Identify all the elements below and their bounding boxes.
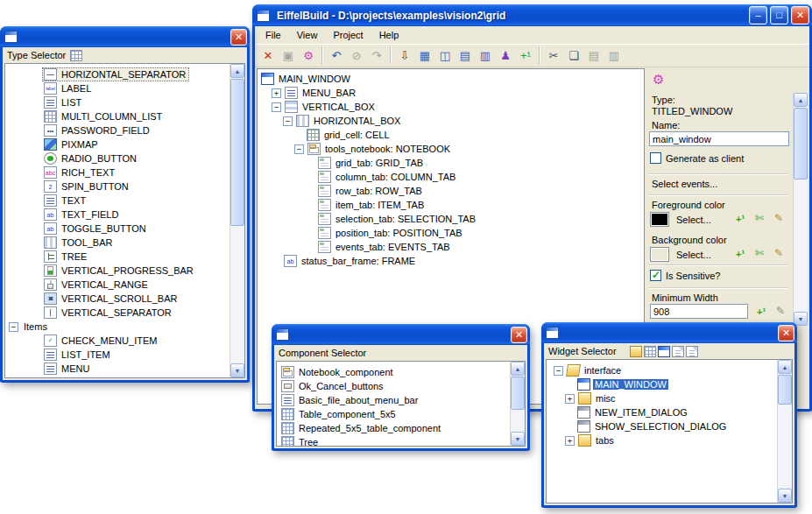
scroll-down-button[interactable]: ▼ xyxy=(778,489,792,503)
component-item[interactable]: Ok_Cancel_buttons xyxy=(280,379,525,393)
type-item[interactable]: HORIZONTAL_SEPARATOR xyxy=(9,67,244,81)
bg-plus-one-button[interactable]: +¹ xyxy=(736,249,745,259)
component-item[interactable]: Basic_file_about_menu_bar xyxy=(280,393,525,407)
type-item[interactable]: MENU xyxy=(9,362,244,376)
type-item[interactable]: TREE xyxy=(9,250,244,264)
background-swatch[interactable] xyxy=(650,247,669,262)
collapse-icon[interactable]: − xyxy=(272,102,281,112)
minimum-width-input[interactable] xyxy=(650,304,748,319)
type-item[interactable]: VERTICAL_RANGE xyxy=(9,278,244,292)
title-bar[interactable]: ✕ xyxy=(272,324,530,345)
type-item[interactable]: RICH_TEXT xyxy=(9,165,244,180)
layout-tree-item[interactable]: MAIN_WINDOW xyxy=(260,72,644,86)
select-events-button[interactable]: Select events... xyxy=(652,179,717,189)
layout-tree-item[interactable]: −VERTICAL_BOX xyxy=(260,100,644,114)
pick-drop-button[interactable]: ▥ xyxy=(604,46,624,65)
redo-button[interactable]: ↷ xyxy=(367,46,386,65)
expand-all-icon[interactable] xyxy=(644,346,656,357)
plus-one-button[interactable]: +¹ xyxy=(516,46,535,65)
view-grid-button[interactable]: ▦ xyxy=(415,46,434,65)
foreground-select-button[interactable]: Select... xyxy=(676,215,711,225)
collapse-icon[interactable]: − xyxy=(294,144,304,154)
layout-tree-item[interactable]: row_tab: ROW_TAB xyxy=(260,184,644,198)
layout-tree-item[interactable]: item_tab: ITEM_TAB xyxy=(260,198,644,212)
layout-tree-item[interactable]: events_tab: EVENTS_TAB xyxy=(260,240,644,254)
type-item[interactable]: PIXMAP xyxy=(9,137,244,151)
cancel-button[interactable]: ⊘ xyxy=(347,46,366,65)
type-item[interactable]: SPIN_BUTTON xyxy=(9,180,244,194)
layout-tree-item[interactable]: status_bar_frame: FRAME xyxy=(260,254,644,268)
component-item[interactable]: Notebook_component xyxy=(280,365,525,379)
bg-pick-button[interactable]: ✄ xyxy=(755,248,764,258)
generate-button[interactable]: ⇩ xyxy=(395,46,414,65)
close-button[interactable]: ✕ xyxy=(511,327,527,343)
expand-icon[interactable]: + xyxy=(272,88,281,98)
scroll-up-button[interactable]: ▲ xyxy=(511,362,525,376)
background-select-button[interactable]: Select... xyxy=(676,250,711,260)
generate-client-checkbox[interactable] xyxy=(650,152,661,164)
delete-button[interactable]: ✕ xyxy=(258,46,278,65)
show-window-icon[interactable] xyxy=(658,346,670,357)
layout-tree-item[interactable]: grid_tab: GRID_TAB xyxy=(260,156,644,170)
layout-tree-item[interactable]: column_tab: COLUMN_TAB xyxy=(260,170,644,184)
collapse-icon[interactable]: − xyxy=(554,366,563,376)
type-item[interactable]: VERTICAL_SCROLL_BAR xyxy=(9,292,244,306)
copy-button[interactable]: ❏ xyxy=(564,46,583,65)
fg-pick-button[interactable]: ✄ xyxy=(755,213,764,223)
scroll-up-button[interactable]: ▲ xyxy=(778,360,792,374)
type-item[interactable]: TEXT_FIELD xyxy=(9,208,244,222)
fg-plus-one-button[interactable]: +¹ xyxy=(736,214,745,224)
component-item[interactable]: Tree xyxy=(280,435,525,447)
view-split-button[interactable]: ◫ xyxy=(435,46,455,65)
layout-tree-item[interactable]: −HORIZONTAL_BOX xyxy=(260,114,644,128)
menu-project[interactable]: Project xyxy=(325,28,371,42)
type-item[interactable]: TOGGLE_BUTTON xyxy=(9,222,244,236)
widget-tree-item[interactable]: +misc xyxy=(554,391,792,405)
scroll-up-button[interactable]: ▲ xyxy=(794,93,808,107)
scroll-thumb[interactable] xyxy=(778,375,792,405)
widget-tree-item[interactable]: −interface xyxy=(554,363,792,377)
collapse-icon[interactable]: − xyxy=(9,322,18,332)
menu-file[interactable]: File xyxy=(258,28,289,42)
undo-button[interactable]: ↶ xyxy=(327,46,346,65)
widget-tree-item[interactable]: +tabs xyxy=(554,433,792,447)
type-item[interactable]: RADIO_BUTTON xyxy=(9,151,244,165)
view-tools-button[interactable]: ▥ xyxy=(476,46,495,65)
type-item[interactable]: TOOL_BAR xyxy=(9,236,244,250)
view-editor-button[interactable]: ▤ xyxy=(455,46,475,65)
foreground-swatch[interactable] xyxy=(650,212,669,227)
widget-tree-item[interactable]: NEW_ITEM_DIALOG xyxy=(554,405,792,419)
type-item[interactable]: LIST xyxy=(9,95,244,109)
paste-button[interactable]: ▤ xyxy=(584,46,604,65)
expand-icon[interactable]: + xyxy=(565,436,575,446)
layout-tree-item[interactable]: +MENU_BAR xyxy=(260,86,644,100)
close-button[interactable]: ✕ xyxy=(791,6,809,25)
close-button[interactable]: ✕ xyxy=(230,29,247,46)
menu-view[interactable]: View xyxy=(289,28,326,42)
component-item[interactable]: Repeated_5x5_table_component xyxy=(280,421,525,435)
tools-button[interactable]: ⚙ xyxy=(299,46,318,65)
scroll-down-button[interactable]: ▼ xyxy=(511,432,525,446)
save-button[interactable]: ▣ xyxy=(279,46,298,65)
type-item[interactable]: −Items xyxy=(9,320,244,334)
type-item[interactable]: PASSWORD_FIELD xyxy=(9,123,244,137)
layout-tree-item[interactable]: grid_cell: CELL xyxy=(260,128,644,142)
type-item[interactable]: LIST_ITEM xyxy=(9,348,244,362)
layout-tree-item[interactable]: position_tab: POSITION_TAB xyxy=(260,226,644,240)
scroll-down-button[interactable]: ▼ xyxy=(230,363,244,377)
fg-edit-button[interactable]: ✎ xyxy=(774,213,783,223)
layout-tree-item[interactable]: selection_tab: SELECTION_TAB xyxy=(260,212,644,226)
type-item[interactable]: CHECK_MENU_ITEM xyxy=(9,334,244,348)
title-bar[interactable]: ✕ xyxy=(541,322,797,343)
component-item[interactable]: Table_component_5x5 xyxy=(280,407,525,421)
expand-icon[interactable]: + xyxy=(565,394,575,404)
is-sensitive-checkbox[interactable] xyxy=(650,270,661,281)
widget-tree-item[interactable]: SHOW_SELECTION_DIALOG xyxy=(554,419,792,433)
type-item[interactable]: TEXT xyxy=(9,194,244,208)
layout-tree-item[interactable]: −tools_notebook: NOTEBOOK xyxy=(260,142,644,156)
objects-button[interactable]: ♟ xyxy=(496,46,515,65)
new-folder-icon[interactable] xyxy=(630,346,642,357)
title-bar[interactable]: ✕ xyxy=(0,26,250,47)
menu-help[interactable]: Help xyxy=(371,28,407,42)
bg-edit-button[interactable]: ✎ xyxy=(774,248,783,258)
